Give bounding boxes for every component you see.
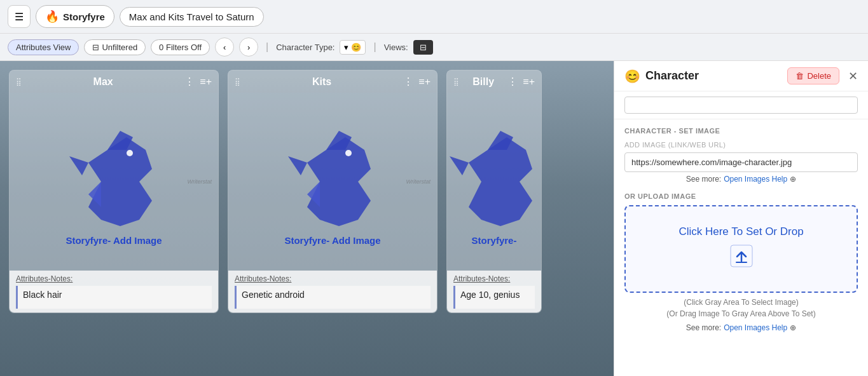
- attr-notes-label-kits: Attributes-Notes:: [235, 274, 431, 283]
- image-url-input[interactable]: [624, 152, 858, 172]
- chartype-arrow-icon: ▾: [344, 43, 348, 52]
- filters-off-label: 0 Filters Off: [159, 43, 202, 52]
- attr-notes-value-max: Black hair: [16, 286, 212, 309]
- next-button[interactable]: ›: [239, 37, 258, 57]
- card-title-max: Max: [93, 76, 113, 88]
- views-label: Views:: [384, 43, 408, 52]
- next-icon: ›: [247, 43, 250, 52]
- upload-hint: (Click Gray Area To Select Image) (Or Dr…: [624, 297, 858, 333]
- filter-icon: ⊟: [92, 43, 99, 52]
- grid-icon-billy: ⣿: [453, 77, 459, 86]
- attr-notes-label-billy: Attributes-Notes:: [453, 274, 535, 283]
- upload-arrow-icon: [730, 245, 753, 272]
- upload-text: Click Here To Set Or Drop: [679, 225, 803, 238]
- svg-point-0: [127, 150, 133, 156]
- svg-point-1: [345, 150, 352, 156]
- card-header-max: ⣿ Max ⋮ ≡+: [10, 70, 218, 93]
- story-title-label: Max and Kits Travel to Saturn: [129, 11, 254, 22]
- add-image-label-max[interactable]: Storyfyre- Add Image: [65, 235, 162, 246]
- delete-button[interactable]: 🗑 Delete: [787, 67, 839, 84]
- card-add-billy[interactable]: ≡+: [523, 76, 535, 88]
- panel-search-input[interactable]: [624, 97, 858, 114]
- attributes-view-label: Attributes View: [16, 43, 71, 52]
- main-area: ⣿ Max ⋮ ≡+ Storyfyre- Add Ima: [0, 61, 868, 376]
- upload-hint-line2: (Or Drag Image To Gray Area Above To Set…: [624, 308, 858, 319]
- attributes-view-button[interactable]: Attributes View: [8, 39, 79, 55]
- cards-area: ⣿ Max ⋮ ≡+ Storyfyre- Add Ima: [0, 61, 614, 376]
- separator-2: |: [373, 41, 376, 53]
- section-set-image-label: CHARACTER - SET IMAGE: [624, 127, 858, 135]
- card-actions-billy: ⋮ ≡+: [507, 76, 535, 88]
- topbar: ☰ 🔥 Storyfyre Max and Kits Travel to Sat…: [0, 0, 868, 34]
- watermark-kits: Writerstat: [406, 178, 431, 185]
- chartype-label: Character Type:: [276, 43, 334, 52]
- card-actions-kits: ⋮ ≡+: [403, 76, 431, 88]
- filters-off-button[interactable]: 0 Filters Off: [151, 39, 210, 55]
- grid-icon-kits: ⣿: [235, 77, 240, 86]
- see-more-text-1: See more:: [686, 175, 721, 184]
- see-more-text-2: See more:: [686, 322, 721, 333]
- brand-button[interactable]: 🔥 Storyfyre: [36, 5, 114, 28]
- views-icon: ⊟: [420, 43, 427, 52]
- char-image-area-billy: Storyfyre-: [447, 93, 541, 271]
- dragon-svg-max: [50, 118, 177, 232]
- flame-icon: 🔥: [45, 10, 59, 24]
- panel-search: [614, 91, 868, 119]
- close-icon: ✕: [848, 70, 858, 83]
- right-panel: 😊 Character 🗑 Delete ✕ CHARACTER - SET I…: [614, 61, 868, 376]
- character-card-billy: ⣿ Billy ⋮ ≡+ Storyfyre- Att: [446, 70, 542, 313]
- panel-title-text: Character: [645, 69, 699, 83]
- prev-button[interactable]: ‹: [215, 37, 234, 57]
- open-images-help-link-2[interactable]: Open Images Help: [724, 322, 787, 333]
- upload-drop-area[interactable]: Click Here To Set Or Drop: [624, 205, 858, 293]
- attr-notes-billy: Attributes-Notes: Age 10, genius: [447, 271, 541, 312]
- menu-button[interactable]: ☰: [8, 5, 31, 28]
- attr-notes-label-max: Attributes-Notes:: [16, 274, 212, 283]
- card-actions-max: ⋮ ≡+: [184, 76, 212, 88]
- card-title-kits: Kits: [312, 76, 331, 88]
- add-image-label-kits[interactable]: Storyfyre- Add Image: [284, 235, 380, 246]
- card-header-kits: ⣿ Kits ⋮ ≡+: [228, 70, 437, 93]
- dragon-svg-billy: [446, 118, 542, 232]
- card-more-billy[interactable]: ⋮: [507, 76, 518, 88]
- panel-header: 😊 Character 🗑 Delete ✕: [614, 61, 868, 91]
- delete-icon: 🗑: [796, 71, 804, 81]
- add-image-label-billy[interactable]: Storyfyre-: [472, 235, 517, 246]
- char-image-area-kits: Storyfyre- Add Image Writerstat: [228, 93, 437, 271]
- story-title-button[interactable]: Max and Kits Travel to Saturn: [120, 7, 264, 27]
- attr-notes-max: Attributes-Notes: Black hair: [10, 271, 218, 312]
- filterbar: Attributes View ⊟ Unfiltered 0 Filters O…: [0, 34, 868, 61]
- attr-notes-value-billy: Age 10, genius: [453, 286, 535, 309]
- dragon-svg-kits: [269, 118, 396, 232]
- attr-notes-kits: Attributes-Notes: Genetic android: [228, 271, 437, 312]
- grid-icon-max: ⣿: [16, 77, 22, 86]
- panel-content: CHARACTER - SET IMAGE ADD IMAGE (LINK/WE…: [614, 119, 868, 376]
- cards-container: ⣿ Max ⋮ ≡+ Storyfyre- Add Ima: [0, 61, 614, 376]
- char-image-area-max: Storyfyre- Add Image Writerstat: [10, 93, 218, 271]
- character-card-kits: ⣿ Kits ⋮ ≡+ Storyfyre- Add Im: [228, 70, 437, 313]
- see-more-1: See more: Open Images Help ⊕: [624, 175, 858, 184]
- card-add-max[interactable]: ≡+: [200, 76, 212, 88]
- panel-title: 😊 Character: [624, 69, 699, 84]
- unfiltered-button[interactable]: ⊟ Unfiltered: [84, 39, 146, 55]
- separator-1: |: [266, 41, 268, 53]
- card-add-kits[interactable]: ≡+: [418, 76, 431, 88]
- card-title-billy: Billy: [472, 76, 494, 88]
- section-add-image-label: ADD IMAGE (LINK/WEB URL): [624, 141, 858, 149]
- close-button[interactable]: ✕: [848, 69, 858, 83]
- attr-notes-value-kits: Genetic android: [235, 286, 431, 309]
- card-more-max[interactable]: ⋮: [184, 76, 195, 88]
- open-images-help-link-1[interactable]: Open Images Help: [724, 175, 787, 184]
- chartype-select[interactable]: ▾ 😊: [340, 40, 366, 55]
- watermark-max: Writerstat: [187, 178, 212, 185]
- views-button[interactable]: ⊟: [413, 40, 433, 55]
- chartype-face-icon: 😊: [351, 43, 361, 52]
- card-more-kits[interactable]: ⋮: [403, 76, 413, 88]
- character-card-max: ⣿ Max ⋮ ≡+ Storyfyre- Add Ima: [9, 70, 219, 313]
- circle-icon-1: ⊕: [790, 175, 796, 184]
- menu-icon: ☰: [15, 11, 24, 23]
- section-upload-label: OR UPLOAD IMAGE: [624, 192, 858, 200]
- circle-icon-2: ⊕: [790, 322, 796, 333]
- upload-hint-line1: (Click Gray Area To Select Image): [624, 297, 858, 308]
- see-more-2: See more: Open Images Help ⊕: [624, 322, 858, 333]
